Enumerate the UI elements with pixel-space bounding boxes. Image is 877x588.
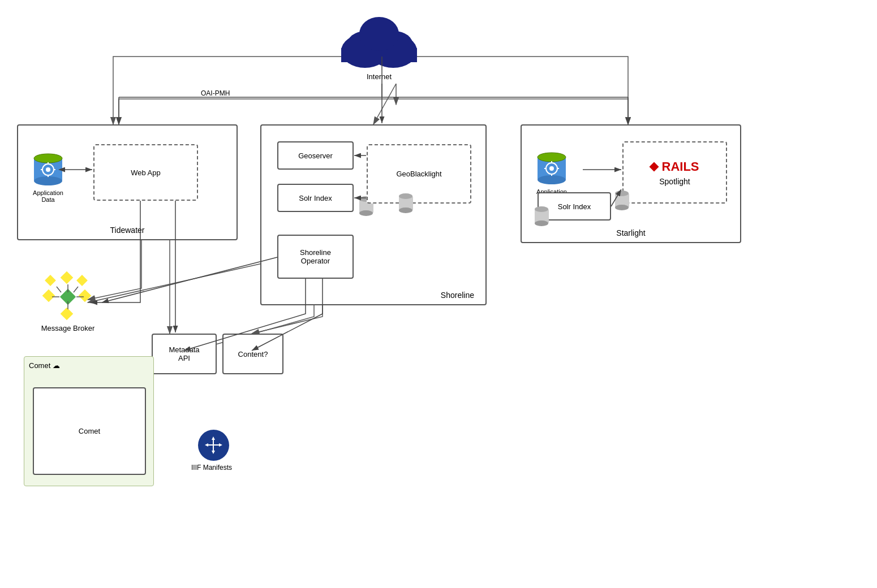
- svg-point-35: [538, 175, 566, 184]
- svg-point-33: [399, 207, 412, 213]
- svg-point-47: [615, 191, 629, 196]
- message-broker: Message Broker: [34, 269, 102, 336]
- architecture-diagram: Internet OAI-PMH Tidewater Application D…: [0, 0, 877, 588]
- geoblacklight-cylinder: [396, 189, 416, 217]
- svg-point-48: [615, 205, 629, 210]
- svg-point-23: [46, 167, 50, 172]
- spotlight-box: RAILS Spotlight: [622, 141, 727, 204]
- svg-point-18: [359, 17, 399, 51]
- svg-rect-50: [61, 271, 74, 284]
- shoreline-operator-label: Shoreline Operator: [300, 248, 331, 265]
- geoblacklight-box: GeoBlacklight: [367, 144, 471, 204]
- svg-line-60: [57, 287, 61, 292]
- content-box: Content?: [222, 334, 283, 374]
- content-label: Content?: [238, 350, 268, 358]
- svg-point-38: [549, 166, 554, 171]
- tidewater-label: Tidewater: [110, 226, 145, 235]
- iiif-label: IIIF Manifests: [191, 464, 232, 472]
- shoreline-operator-box: Shoreline Operator: [277, 235, 354, 279]
- svg-line-61: [74, 287, 78, 292]
- solr-index-starlight-label: Solr Index: [558, 202, 591, 211]
- svg-point-36: [538, 153, 566, 162]
- svg-marker-64: [212, 436, 215, 440]
- svg-rect-54: [45, 275, 56, 286]
- svg-marker-65: [212, 451, 215, 454]
- tidewater-db-label: Application Data: [25, 189, 71, 203]
- shoreline-label: Shoreline: [441, 291, 474, 300]
- svg-point-21: [34, 154, 62, 163]
- geoserver-box: Geoserver: [277, 141, 354, 170]
- svg-rect-52: [42, 289, 55, 302]
- comet-inner-box: Comet: [33, 387, 146, 475]
- svg-marker-67: [219, 443, 222, 447]
- solr-index-shoreline-box: Solr Index: [277, 184, 354, 212]
- svg-line-3: [373, 84, 396, 124]
- comet-inner-label: Comet: [79, 427, 100, 435]
- internet-label: Internet: [334, 72, 424, 81]
- svg-rect-53: [79, 289, 92, 302]
- svg-point-44: [535, 206, 548, 212]
- iiif-icon: [198, 430, 229, 461]
- svg-rect-51: [61, 308, 74, 321]
- spotlight-label: Spotlight: [659, 177, 690, 186]
- starlight-box-label: Starlight: [616, 228, 645, 237]
- svg-point-32: [399, 193, 412, 199]
- svg-point-45: [535, 220, 548, 226]
- spotlight-cylinder: [612, 187, 632, 214]
- solr-cylinder-starlight: [532, 202, 552, 230]
- metadata-api-box: Metadata API: [152, 334, 217, 374]
- comet-outer-label: Comet ☁: [29, 361, 60, 370]
- message-broker-label: Message Broker: [34, 324, 102, 332]
- webapp-label: Web App: [131, 168, 161, 177]
- metadata-api-label: Metadata API: [169, 345, 199, 362]
- tidewater-db: Application Data: [25, 147, 71, 203]
- svg-point-20: [34, 176, 62, 185]
- webapp-box: Web App: [93, 144, 198, 201]
- rails-logo: RAILS: [651, 159, 699, 174]
- oai-pmh-label: OAI-PMH: [201, 89, 230, 97]
- svg-marker-66: [205, 443, 208, 447]
- svg-rect-55: [76, 275, 88, 286]
- internet-cloud: Internet: [334, 11, 424, 85]
- svg-point-30: [359, 210, 373, 216]
- geoblacklight-label: GeoBlacklight: [396, 170, 441, 178]
- solr-index-shoreline-label: Solr Index: [299, 194, 332, 202]
- geoserver-label: Geoserver: [298, 152, 333, 160]
